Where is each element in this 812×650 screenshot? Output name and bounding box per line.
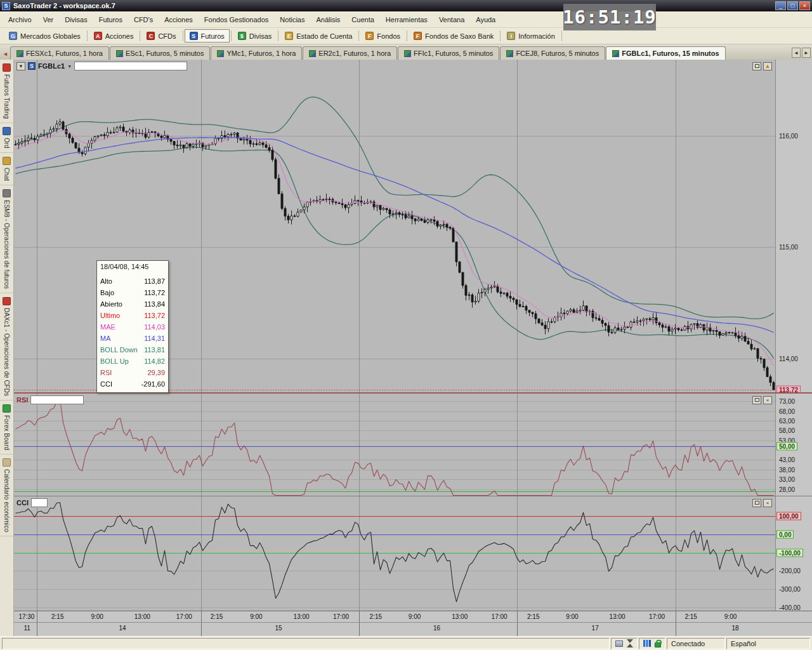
tab-scroll-right-icon[interactable]: ► (802, 48, 811, 58)
minimize-icon[interactable]: _ (775, 1, 786, 10)
axis-tick-label: 58,00 (779, 427, 795, 434)
chart-dropdown-icon[interactable]: ▼ (16, 62, 25, 70)
close-cci-icon[interactable]: × (763, 499, 772, 507)
tooltip-row-value: -291,60 (141, 378, 165, 390)
sidebar-item-forex-board[interactable]: Forex Board (0, 401, 13, 454)
menu-item-herramientas[interactable]: Herramientas (380, 13, 433, 27)
sidebar-item-esm8-operaciones-de-futuros[interactable]: ESM8 - Operaciones de futuros (0, 185, 13, 293)
tab-label: ESc1, Futuros, 5 minutos (126, 50, 204, 57)
toolbar-cfds[interactable]: CCFDs (141, 29, 181, 43)
sidebar-item-futuros-trading[interactable]: Futuros Trading (0, 60, 13, 123)
maximize-icon[interactable]: □ (787, 1, 798, 10)
lock-icon[interactable] (655, 642, 661, 647)
restore-cci-icon[interactable] (752, 499, 761, 507)
tab-label: FCEJ8, Futuros, 5 minutos (516, 50, 599, 57)
session-icon[interactable] (615, 640, 623, 647)
toolbar-separator-icon (358, 30, 359, 41)
menu-item-archivo[interactable]: Archivo (3, 13, 37, 27)
toolbar-separator-icon (561, 30, 562, 41)
tab-esc1[interactable]: ESc1, Futuros, 5 minutos (110, 46, 211, 60)
day-separator (676, 611, 676, 622)
time-axis-label: 17:30 (18, 613, 34, 620)
chart-tab-icon (612, 50, 619, 57)
tooltip-row-label: Alto (100, 275, 112, 287)
menu-item-fondos-gestionados[interactable]: Fondos Gestionados (199, 13, 275, 27)
toolbar-label: Fondos de Saxo Bank (425, 32, 494, 40)
dock-sidebar: Futuros TradingOrdChatESM8 - Operaciones… (0, 60, 14, 636)
tab-ffic1[interactable]: FFIc1, Futuros, 5 minutos (398, 46, 499, 60)
toolbar-estado-de-cuenta[interactable]: EEstado de Cuenta (280, 29, 357, 43)
close-icon[interactable]: × (799, 1, 810, 10)
axis-tick-label: 43,00 (779, 456, 795, 463)
expand-panel-icon[interactable]: ▲ (763, 62, 772, 70)
menu-item-ventana[interactable]: Ventana (433, 13, 470, 27)
tab-er2c1[interactable]: ER2c1, Futuros, 1 hora (303, 46, 397, 60)
menu-item-futuros[interactable]: Futuros (93, 13, 128, 27)
sidebar-item-chat[interactable]: Chat (0, 153, 13, 185)
sidebar-item-label: Futuros Trading (3, 74, 10, 119)
tooltip-row-label: BOLL Down (100, 344, 138, 355)
tab-ymc1[interactable]: YMc1, Futuros, 1 hora (211, 46, 302, 60)
restore-panel-icon[interactable] (752, 62, 761, 70)
symbol-search-input[interactable] (74, 62, 187, 70)
rsi-panel: RSI × 73,0068,0063,0058,0053,0043,0038,0… (14, 392, 812, 496)
toolbar-mercados-globales[interactable]: GMercados Globales (4, 29, 86, 43)
menu-item-ver[interactable]: Ver (37, 13, 60, 27)
menu-item-ayuda[interactable]: Ayuda (470, 13, 501, 27)
time-axis-dates[interactable]: 111415161718 (14, 622, 812, 636)
menu-item-acciones[interactable]: Acciones (159, 13, 199, 27)
menu-item-analisis[interactable]: Análisis (310, 13, 346, 27)
time-axis-label: 2:15 (370, 613, 382, 620)
time-axis-label: 2:15 (684, 613, 697, 620)
chart-status-icon[interactable] (643, 640, 651, 647)
title-bar[interactable]: S SaxoTrader 2 - workspace.ok.7 _ □ × (0, 0, 812, 11)
tab-fcej8[interactable]: FCEJ8, Futuros, 5 minutos (500, 46, 605, 60)
toolbar-label: Fondos (377, 32, 400, 40)
rsi-chart-canvas[interactable] (14, 394, 775, 496)
toolbar-fondos[interactable]: FFondos (360, 29, 405, 43)
chat-icon (3, 157, 11, 165)
day-separator (517, 623, 518, 636)
sidebar-item-calendario-economico[interactable]: Calendario económico (0, 454, 13, 537)
menu-item-noticias[interactable]: Noticias (274, 13, 310, 27)
tab-label: FFIc1, Futuros, 5 minutos (414, 50, 493, 57)
language-selector[interactable]: Español (731, 640, 756, 647)
cci-chart-canvas[interactable] (14, 496, 775, 611)
tooltip-row-label: MAE (100, 321, 115, 333)
time-axis-label: 9:00 (724, 613, 737, 620)
time-axis-times[interactable]: 17:302:159:0013:0017:002:159:0013:0017:0… (14, 611, 812, 622)
toolbar-informacion[interactable]: iInformación (502, 29, 560, 43)
chart-symbol-label[interactable]: FGBLc1 (38, 62, 65, 70)
toolbar-divisas[interactable]: $Divisas (233, 29, 277, 43)
tab-fgblc1[interactable]: FGBLc1, Futuros, 15 minutos (606, 46, 725, 60)
close-rsi-icon[interactable]: × (763, 396, 772, 404)
menu-item-cuenta[interactable]: Cuenta (346, 13, 379, 27)
cci-settings-input[interactable] (31, 498, 48, 507)
language-cell[interactable]: Español (726, 638, 810, 649)
tab-fesxc1[interactable]: FESXc1, Futuros, 1 hora (10, 46, 109, 60)
tab-overflow-icon[interactable]: ◄ (3, 51, 8, 57)
forex-icon: $ (238, 32, 246, 40)
date-axis-label: 16 (433, 625, 440, 632)
orders-icon (3, 127, 11, 135)
symbol-dropdown-icon[interactable]: ▼ (67, 64, 72, 69)
rsi-label: RSI (16, 396, 28, 404)
menu-item-divisas[interactable]: Divisas (59, 13, 93, 27)
tooltip-row: RSI29,39 (100, 367, 165, 378)
tab-scroll-left-icon[interactable]: ◄ (792, 48, 801, 58)
rsi-settings-input[interactable] (30, 395, 84, 404)
toolbar-separator-icon (231, 30, 232, 41)
sidebar-item-daxc1-operaciones-de-cfds[interactable]: DAXc1 - Operaciones de CFDs (0, 293, 13, 401)
day-separator (359, 623, 360, 636)
tooltip-row-label: RSI (100, 367, 112, 378)
cci-axis: -200,00-300,00-400,00100,000,00-100,00 (775, 496, 812, 611)
rsi-axis: 73,0068,0063,0058,0053,0043,0038,0033,00… (775, 394, 812, 496)
sidebar-item-ord[interactable]: Ord (0, 123, 13, 153)
restore-rsi-icon[interactable] (752, 396, 761, 404)
funds-icon: F (365, 32, 374, 40)
tooltip-row: Abierto113,84 (100, 298, 165, 310)
menu-item-cfd-s[interactable]: CFD's (128, 13, 159, 27)
toolbar-futuros[interactable]: SFuturos (185, 29, 230, 43)
toolbar-fondos-de-saxo-bank[interactable]: FFondos de Saxo Bank (409, 29, 499, 43)
toolbar-acciones[interactable]: AAcciones (89, 29, 139, 43)
